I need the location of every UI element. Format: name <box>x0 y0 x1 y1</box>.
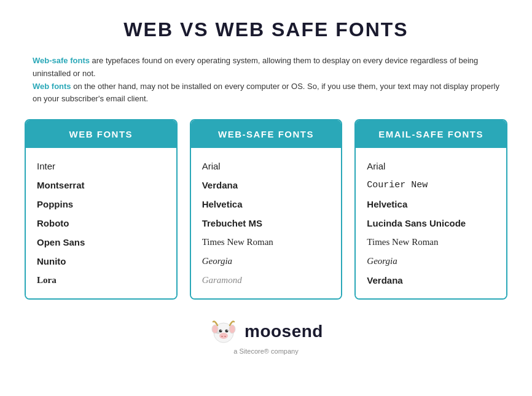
font-item-web-safe-fonts-5: Georgia <box>202 252 331 271</box>
brand-name: moosend <box>244 322 323 341</box>
web-safe-term: Web-safe fonts <box>33 56 90 65</box>
column-body-web-fonts: InterMontserratPoppinsRobotoOpen SansNun… <box>26 148 176 298</box>
description-line2: Web fonts on the other hand, may not be … <box>33 80 499 106</box>
column-email-safe-fonts: EMAIL-SAFE FONTSArialCourier NewHelvetic… <box>354 119 507 300</box>
footer: moosend a Sitecore® company <box>209 317 323 355</box>
description-block: Web-safe fonts are typefaces found on ev… <box>33 55 499 106</box>
font-item-email-safe-fonts-2: Helvetica <box>367 195 495 214</box>
column-header-email-safe-fonts: EMAIL-SAFE FONTS <box>356 120 506 148</box>
font-item-web-fonts-1: Montserrat <box>37 176 165 195</box>
column-web-safe-fonts: WEB-SAFE FONTSArialVerdanaHelveticaTrebu… <box>190 119 343 300</box>
svg-point-10 <box>216 332 220 334</box>
column-body-web-safe-fonts: ArialVerdanaHelveticaTrebuchet MSTimes N… <box>191 148 342 298</box>
svg-point-9 <box>224 336 226 337</box>
font-item-email-safe-fonts-0: Arial <box>367 157 495 176</box>
column-web-fonts: WEB FONTSInterMontserratPoppinsRobotoOpe… <box>25 119 178 300</box>
font-item-email-safe-fonts-3: Lucinda Sans Unicode <box>367 214 495 233</box>
font-item-web-safe-fonts-4: Times New Roman <box>202 233 331 252</box>
column-header-web-fonts: WEB FONTS <box>26 120 176 148</box>
font-item-web-safe-fonts-0: Arial <box>202 157 331 176</box>
font-item-email-safe-fonts-1: Courier New <box>367 176 495 195</box>
font-item-web-fonts-4: Open Sans <box>37 233 165 252</box>
font-item-web-safe-fonts-1: Verdana <box>202 176 331 195</box>
font-item-web-safe-fonts-3: Trebuchet MS <box>202 214 331 233</box>
font-item-web-fonts-6: Lora <box>37 271 165 290</box>
font-item-web-safe-fonts-6: Garamond <box>202 271 331 290</box>
sitecore-label: a Sitecore® company <box>233 347 298 355</box>
page-title: WEB VS WEB SAFE FONTS <box>123 18 408 41</box>
font-item-email-safe-fonts-6: Verdana <box>367 271 495 290</box>
font-columns: WEB FONTSInterMontserratPoppinsRobotoOpe… <box>25 119 507 300</box>
font-item-web-fonts-3: Roboto <box>37 214 165 233</box>
svg-point-4 <box>225 330 229 333</box>
description-line1: Web-safe fonts are typefaces found on ev… <box>33 55 499 80</box>
svg-point-6 <box>227 330 228 331</box>
web-term: Web fonts <box>33 82 71 91</box>
font-item-web-fonts-2: Poppins <box>37 195 165 214</box>
footer-logo: moosend <box>209 317 323 346</box>
font-item-web-fonts-5: Nunito <box>37 252 165 271</box>
column-body-email-safe-fonts: ArialCourier NewHelveticaLucinda Sans Un… <box>356 148 506 298</box>
description-line2-rest: on the other hand, may not be installed … <box>33 82 499 104</box>
svg-point-5 <box>221 330 222 331</box>
column-header-web-safe-fonts: WEB-SAFE FONTS <box>191 120 342 148</box>
font-item-web-safe-fonts-2: Helvetica <box>202 195 331 214</box>
font-item-email-safe-fonts-5: Georgia <box>367 252 495 271</box>
moosend-logo-icon <box>209 317 238 346</box>
svg-point-7 <box>219 333 228 339</box>
svg-point-8 <box>221 336 223 337</box>
description-line1-rest: are typefaces found on every operating s… <box>33 56 478 78</box>
font-item-web-fonts-0: Inter <box>37 157 165 176</box>
font-item-email-safe-fonts-4: Times New Roman <box>367 233 495 252</box>
